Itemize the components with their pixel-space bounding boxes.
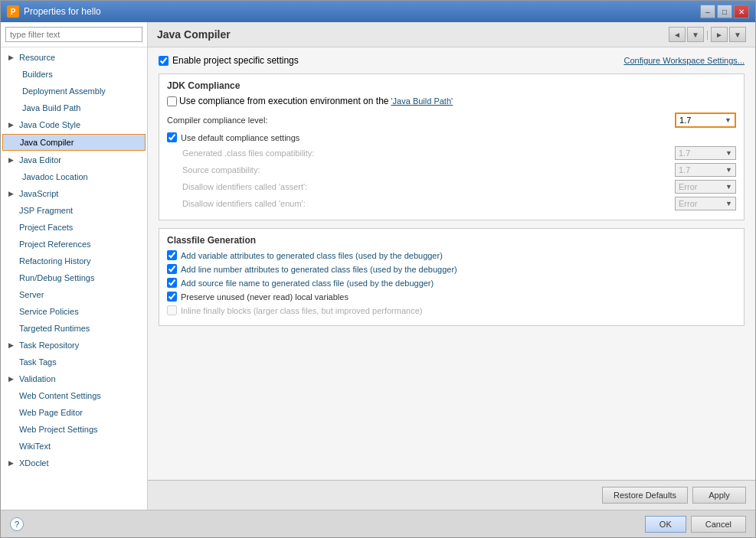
back-dropdown-button[interactable]: ▼ [687,27,704,42]
filter-input[interactable] [5,27,142,42]
source-compat-dropdown[interactable]: 1.7 ▼ [675,163,736,177]
restore-defaults-button[interactable]: Restore Defaults [602,487,688,504]
sidebar-item-project-facets[interactable]: ▶ Project Facets [1,219,147,236]
sidebar-item-run-debug[interactable]: ▶ Run/Debug Settings [1,269,147,286]
title-bar-left: P Properties for hello [7,5,101,18]
sidebar-item-service-policies[interactable]: ▶ Service Policies [1,303,147,320]
bottom-right-buttons: Restore Defaults Apply [602,487,746,504]
sidebar-label-javadoc-location: Javadoc Location [22,170,88,184]
minimize-button[interactable]: – [700,5,715,18]
forward-button[interactable]: ► [711,27,728,42]
compliance-level-label: Compiler compliance level: [167,116,267,125]
sidebar-label-targeted-runtimes: Targeted Runtimes [19,321,90,335]
expand-arrow-jc: ▶ [9,135,17,149]
classfile-check3-row: Add source file name to generated class … [167,278,736,288]
sidebar-item-java-editor[interactable]: ▶ Java Editor [1,152,147,168]
generated-class-arrow: ▼ [725,149,732,157]
generated-class-dropdown[interactable]: 1.7 ▼ [675,146,736,160]
sidebar-item-builders[interactable]: Builders [1,66,147,83]
configure-workspace-link[interactable]: Configure Workspace Settings... [623,56,745,65]
sidebar-item-web-content-settings[interactable]: ▶ Web Content Settings [1,387,147,404]
sidebar: ▶ Resource Builders Deployment Assembly … [1,22,148,510]
back-button[interactable]: ◄ [669,27,686,42]
compliance-row: Compiler compliance level: 1.7 ▼ [167,112,736,128]
disallow-assert-dropdown[interactable]: Error ▼ [675,180,736,194]
close-button[interactable]: ✕ [734,5,749,18]
expand-arrow-js: ▶ [8,187,16,201]
forward-dropdown-button[interactable]: ▼ [729,27,746,42]
sidebar-item-javascript[interactable]: ▶ JavaScript [1,185,147,202]
sidebar-item-server[interactable]: ▶ Server [1,286,147,303]
properties-dialog: P Properties for hello – □ ✕ ▶ Resource [0,0,756,538]
sidebar-label-task-repository: Task Repository [19,338,79,352]
sidebar-label-web-project-settings: Web Project Settings [19,422,98,436]
classfile-check3[interactable] [167,278,177,288]
cancel-button[interactable]: Cancel [691,516,746,533]
expand-arrow-taskrepo: ▶ [8,338,16,352]
sidebar-item-web-page-editor[interactable]: ▶ Web Page Editor [1,404,147,421]
sidebar-item-wikitext[interactable]: ▶ WikiText [1,438,147,455]
classfile-check2[interactable] [167,264,177,274]
sidebar-item-validation[interactable]: ▶ Validation [1,370,147,387]
use-default-checkbox[interactable] [167,132,177,142]
sidebar-item-deployment-assembly[interactable]: Deployment Assembly [1,83,147,99]
expand-arrow-je: ▶ [8,153,16,167]
use-compliance-text: Use compliance from execution environmen… [179,96,388,106]
apply-button[interactable]: Apply [692,487,746,504]
use-default-label: Use default compliance settings [181,133,299,142]
sidebar-item-java-build-path[interactable]: Java Build Path [1,99,147,116]
classfile-check4-row: Preserve unused (never read) local varia… [167,292,736,302]
enable-project-checkbox[interactable] [159,56,169,66]
sidebar-item-targeted-runtimes[interactable]: ▶ Targeted Runtimes [1,320,147,337]
use-default-row: Use default compliance settings [167,132,736,142]
title-bar: P Properties for hello – □ ✕ [1,1,755,22]
ok-button[interactable]: OK [645,516,686,533]
sidebar-item-refactoring-history[interactable]: ▶ Refactoring History [1,253,147,269]
disallow-assert-arrow: ▼ [725,183,732,191]
maximize-button[interactable]: □ [717,5,732,18]
top-section: ▶ Resource Builders Deployment Assembly … [1,22,755,510]
sidebar-label-deployment-assembly: Deployment Assembly [22,84,106,98]
sidebar-item-xdoclet[interactable]: ▶ XDoclet [1,455,147,471]
classfile-check1[interactable] [167,250,177,260]
disallow-enum-label: Disallow identifiers called 'enum': [182,199,306,208]
disallow-enum-arrow: ▼ [725,200,732,207]
sidebar-item-project-references[interactable]: ▶ Project References [1,236,147,253]
classfile-section-title: Classfile Generation [167,235,736,246]
java-build-path-link[interactable]: 'Java Build Path' [391,96,453,106]
sidebar-item-java-code-style[interactable]: ▶ Java Code Style [1,116,147,133]
disallow-assert-value: Error [679,182,697,191]
dialog-body: ▶ Resource Builders Deployment Assembly … [1,22,755,537]
sidebar-item-resource[interactable]: ▶ Resource [1,49,147,66]
help-button[interactable]: ? [10,517,24,531]
sidebar-label-resource: Resource [19,51,55,64]
sidebar-item-web-project-settings[interactable]: ▶ Web Project Settings [1,421,147,438]
sidebar-item-task-repository[interactable]: ▶ Task Repository [1,337,147,354]
source-compat-arrow: ▼ [725,166,732,174]
expand-arrow-srv: ▶ [8,288,16,302]
disallow-enum-dropdown[interactable]: Error ▼ [675,197,736,210]
sidebar-item-jsp-fragment[interactable]: ▶ JSP Fragment [1,202,147,219]
classfile-check1-row: Add variable attributes to generated cla… [167,250,736,260]
sidebar-label-xdoclet: XDoclet [19,456,49,470]
bottom-bar: Restore Defaults Apply [148,480,755,510]
classfile-check5[interactable] [167,305,177,315]
source-compat-value: 1.7 [679,165,690,174]
compliance-level-dropdown[interactable]: 1.7 ▼ [675,112,736,128]
footer-bar: ? OK Cancel [1,510,755,537]
sidebar-label-javascript: JavaScript [19,187,58,201]
expand-arrow-tr: ▶ [8,321,16,335]
classfile-check4[interactable] [167,292,177,302]
use-compliance-checkbox[interactable] [167,96,177,106]
sidebar-item-javadoc-location[interactable]: Javadoc Location [1,168,147,185]
sidebar-label-java-editor: Java Editor [19,153,61,167]
sidebar-item-task-tags[interactable]: ▶ Task Tags [1,354,147,370]
expand-arrow-wcs: ▶ [8,389,16,403]
sidebar-item-java-compiler[interactable]: ▶ Java Compiler [2,134,146,151]
settings-grid: Generated .class files compatibility: 1.… [167,146,736,210]
tree-list: ▶ Resource Builders Deployment Assembly … [1,47,147,510]
sidebar-label-java-build-path: Java Build Path [22,101,80,115]
dialog-title: Properties for hello [24,6,101,17]
sidebar-label-wikitext: WikiText [19,439,51,453]
expand-arrow-pr: ▶ [8,237,16,251]
